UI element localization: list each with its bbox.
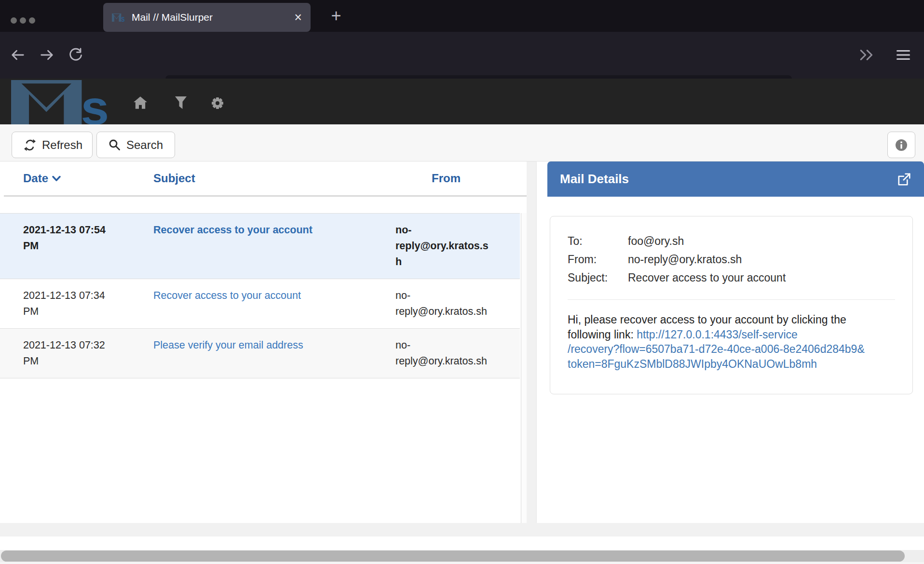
subject-value: Recover access to your account [628,269,786,287]
browser-tab-bar: s Mail // MailSlurper × + [0,0,924,32]
reload-icon[interactable] [68,48,83,62]
menu-hamburger-icon[interactable] [896,49,910,61]
card-divider [568,299,895,300]
forward-icon[interactable] [40,48,54,62]
new-tab-button[interactable]: + [328,9,344,25]
window-maximize-dot[interactable] [29,17,35,24]
search-button[interactable]: Search [96,132,175,158]
mail-row-selected[interactable]: 2021-12-13 07:54 PM Recover access to yo… [0,213,520,279]
action-toolbar: Refresh Search [0,124,924,161]
mail-list-panel: 2021-12-13 07:54 PM Recover access to yo… [0,197,527,523]
search-button-label: Search [126,138,163,152]
mail-details-header: Mail Details [547,161,924,197]
mail-subject: Recover access to your account [153,288,395,320]
to-label: To: [568,232,628,250]
mail-from: no-reply@ory.kratos.sh [395,222,494,270]
back-icon[interactable] [11,48,25,62]
mail-subject-link[interactable]: Please verify your email address [153,339,303,351]
tab-favicon: s [112,13,125,22]
date-column-label: Date [23,172,48,185]
mailslurper-window: s Mail // MailSlurper × + 127.0.0.1:4436… [0,0,924,564]
detail-subject-row: Subject: Recover access to your account [568,269,895,287]
svg-text:s: s [121,14,125,22]
recovery-link-line: http://127.0.0.1:4433/self-service [637,328,798,341]
mail-subject-link[interactable]: Recover access to your account [153,224,313,236]
panel-divider [527,161,537,537]
bottom-strip [0,562,924,564]
mail-row[interactable]: 2021-12-13 07:32 PM Please verify your e… [0,328,520,378]
from-label: From: [568,250,628,269]
recovery-link-line: token=8FguKzSMblD88JWIpby4OKNaUOwLb8mh [568,357,879,372]
tab-title: Mail // MailSlurper [132,12,294,23]
mail-rows: 2021-12-13 07:54 PM Recover access to yo… [0,213,520,378]
window-minimize-dot[interactable] [20,17,26,24]
refresh-icon [24,139,36,151]
mailslurper-logo: s [11,80,110,124]
refresh-button[interactable]: Refresh [12,132,93,158]
app-navbar: s [0,79,924,124]
mail-subject: Recover access to your account [153,222,395,270]
horizontal-scrollbar-track[interactable] [0,550,924,562]
browser-tab[interactable]: s Mail // MailSlurper × [103,3,311,32]
to-value: foo@ory.sh [628,232,684,250]
mail-from: no-reply@ory.kratos.sh [395,337,494,369]
from-value: no-reply@ory.kratos.sh [628,250,742,269]
column-header-subject[interactable]: Subject [153,172,395,185]
mail-date: 2021-12-13 07:34 PM [23,288,110,320]
recovery-link-line: /recovery?flow=6507ba71-d72e-40ce-a006-8… [568,342,879,357]
mail-details-title: Mail Details [560,172,897,187]
column-header-date[interactable]: Date [23,172,153,185]
mail-date: 2021-12-13 07:32 PM [23,337,110,369]
mail-date: 2021-12-13 07:54 PM [23,222,110,270]
column-header-from[interactable]: From [395,172,534,185]
svg-text:s: s [81,81,109,124]
window-close-dot[interactable] [11,17,17,24]
subject-label: Subject: [568,269,628,287]
mail-row[interactable]: 2021-12-13 07:34 PM Recover access to yo… [0,279,520,328]
overflow-chevrons-icon[interactable] [858,49,875,61]
refresh-button-label: Refresh [42,138,82,152]
home-icon[interactable] [133,96,148,109]
filter-icon[interactable] [175,96,187,109]
mail-from: no-reply@ory.kratos.sh [395,288,494,320]
horizontal-scrollbar-thumb[interactable] [1,551,905,562]
bottom-white-band [0,537,924,550]
detail-to-row: To: foo@ory.sh [568,232,895,250]
mail-subject-link[interactable]: Recover access to your account [153,290,301,301]
mail-list-header: Date Subject From [0,161,534,196]
detail-from-row: From: no-reply@ory.kratos.sh [568,250,895,269]
search-icon [109,139,121,151]
mail-subject: Please verify your email address [153,337,395,369]
tab-close-icon[interactable]: × [294,11,302,24]
sort-chevron-down-icon [52,175,61,182]
browser-toolbar: 127.0.0.1:4436/# 90% [0,32,924,79]
info-button[interactable] [887,132,915,158]
settings-gear-icon[interactable] [210,96,225,110]
external-link-icon[interactable] [897,172,911,187]
mail-body: Hi, please recover access to your accoun… [568,312,879,371]
window-controls[interactable] [11,17,35,24]
mail-details-card: To: foo@ory.sh From: no-reply@ory.kratos… [550,216,913,394]
info-icon [895,139,908,151]
bottom-gap [0,523,924,537]
